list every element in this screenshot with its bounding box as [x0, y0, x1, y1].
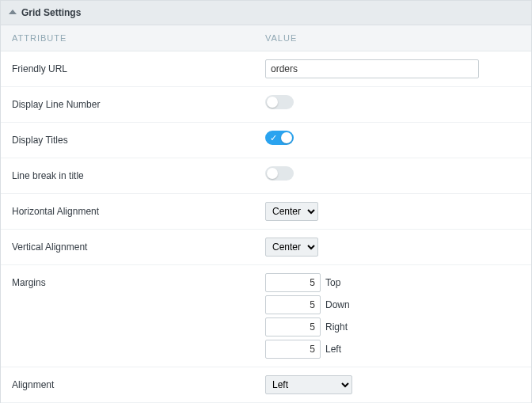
row-alignment: Alignment Left	[1, 367, 531, 403]
row-margins: Margins Top Down Right Left	[1, 265, 531, 367]
attribute-column-header: ATTRIBUTE	[1, 25, 254, 51]
margin-down-label: Down	[325, 299, 350, 310]
column-headers: ATTRIBUTE VALUE	[1, 25, 531, 51]
margin-top-label: Top	[325, 277, 340, 288]
attr-label: Display Line Number	[1, 93, 254, 116]
display-titles-toggle[interactable]: ✓	[265, 131, 294, 145]
attr-label: Line break in title	[1, 165, 254, 187]
row-horizontal-alignment: Horizontal Alignment Center	[1, 194, 531, 230]
margin-left-input[interactable]	[265, 340, 321, 359]
attr-label: Horizontal Alignment	[1, 200, 254, 222]
margin-down-input[interactable]	[265, 295, 321, 314]
row-friendly-url: Friendly URL	[1, 51, 531, 87]
attr-label: Alignment	[1, 374, 254, 396]
margin-top-input[interactable]	[265, 273, 321, 292]
attr-label: Vertical Alignment	[1, 236, 254, 258]
attr-label: Display Titles	[1, 129, 254, 151]
margin-left-label: Left	[325, 344, 341, 355]
friendly-url-input[interactable]	[265, 59, 479, 78]
attr-label: Friendly URL	[1, 58, 254, 80]
margin-right-input[interactable]	[265, 317, 321, 336]
vertical-alignment-select[interactable]: Center	[265, 238, 318, 257]
panel-header[interactable]: Grid Settings	[1, 1, 531, 25]
row-line-break-in-title: Line break in title	[1, 158, 531, 194]
line-break-in-title-toggle[interactable]	[265, 166, 294, 181]
row-display-line-number: Display Line Number	[1, 87, 531, 123]
attr-label: Margins	[1, 272, 254, 294]
horizontal-alignment-select[interactable]: Center	[265, 202, 318, 221]
row-display-titles: Display Titles ✓	[1, 123, 531, 158]
panel-title: Grid Settings	[21, 7, 81, 18]
display-line-number-toggle[interactable]	[265, 95, 294, 109]
grid-settings-panel: Grid Settings ATTRIBUTE VALUE Friendly U…	[0, 0, 532, 403]
value-column-header: VALUE	[254, 25, 308, 51]
row-vertical-alignment: Vertical Alignment Center	[1, 230, 531, 265]
collapse-icon	[9, 10, 17, 14]
margin-right-label: Right	[325, 321, 348, 333]
alignment-select[interactable]: Left	[265, 375, 352, 394]
